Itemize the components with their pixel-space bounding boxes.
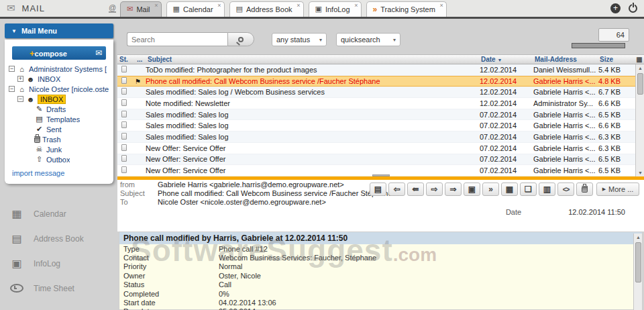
- column-status[interactable]: St.: [117, 56, 135, 63]
- tab-label: Address Book: [246, 5, 292, 13]
- folder-outbox[interactable]: ⇧Outbox: [5, 154, 113, 164]
- date-label: Date: [506, 208, 521, 216]
- sidebar-item-address-book[interactable]: ▤Address Book: [0, 226, 117, 251]
- folder-drafts[interactable]: ✎Drafts: [5, 104, 113, 114]
- field-row-owner: OwnerOster, Nicole: [119, 271, 642, 280]
- column-address[interactable]: Mail-Address: [533, 56, 598, 63]
- delete-button[interactable]: [576, 183, 593, 196]
- scroll-down-icon[interactable]: ▼: [636, 169, 644, 176]
- folder-nicole-oster-nicole-oste[interactable]: −⌂Nicole Oster [nicole.oste: [5, 84, 113, 94]
- row-size: 5.4 KB: [598, 66, 635, 74]
- table-row[interactable]: Sales modified: Sales log07.02.2014Gabri…: [117, 109, 635, 121]
- expander-plus-icon[interactable]: +: [17, 76, 23, 82]
- collapse-icon: ▼: [11, 28, 17, 34]
- table-row[interactable]: Sales modified: Sales log07.02.2014Gabri…: [117, 132, 635, 143]
- folder-templates[interactable]: ▤Templates: [5, 114, 113, 124]
- scroll-up-icon[interactable]: ▲: [634, 234, 643, 241]
- document-icon: [121, 144, 127, 151]
- sidebar-item-tracking-system[interactable]: »Tracking System: [0, 301, 117, 310]
- tab-close-icon[interactable]: ×: [297, 3, 300, 8]
- app-window: ✉ MAIL @ ✉Mail×▦Calendar×▤Address Book×▣…: [0, 0, 644, 310]
- scroll-up-icon[interactable]: ▲: [636, 64, 644, 72]
- forward-button[interactable]: ⇨: [426, 183, 443, 196]
- mail-menu-header[interactable]: ▼ Mail Menu: [5, 23, 113, 38]
- quicksearch-select[interactable]: quicksearch ▾: [336, 33, 400, 46]
- row-address: Gabriele Harris <...: [533, 121, 598, 130]
- folder-trash[interactable]: Trash: [5, 134, 113, 144]
- row-size: 6.5 KB: [598, 155, 635, 163]
- folder-administrator-systems[interactable]: −⌂Administrator Systems [: [5, 64, 113, 74]
- app-nav: ▦Calendar▤Address Book▣InfoLogTime Sheet…: [0, 201, 117, 310]
- import-message-link[interactable]: import message: [12, 169, 64, 177]
- tab-close-icon[interactable]: ×: [354, 3, 358, 8]
- table-row[interactable]: Note modified: Newsletter12.02.2014Admin…: [117, 98, 635, 109]
- sidebar-item-calendar[interactable]: ▦Calendar: [0, 201, 117, 226]
- sidebar-item-time-sheet[interactable]: Time Sheet: [0, 276, 117, 301]
- column-selector-icon[interactable]: ▦: [635, 56, 644, 63]
- tab-calendar[interactable]: ▦Calendar×: [166, 1, 225, 17]
- more-button[interactable]: ▶ More ...: [596, 183, 639, 196]
- search-button[interactable]: [227, 32, 254, 46]
- addressbook-icon: ▤: [10, 232, 23, 245]
- table-row[interactable]: Sales modified: Sales log07.02.2014Gabri…: [117, 120, 635, 132]
- column-attachment[interactable]: ...: [135, 56, 146, 63]
- print-button[interactable]: ▥: [539, 183, 555, 196]
- tab-close-icon[interactable]: ×: [217, 3, 221, 8]
- jump-icon[interactable]: @: [109, 3, 116, 13]
- column-subject[interactable]: Subject: [146, 56, 479, 63]
- reply-all-button[interactable]: ⇚: [407, 183, 424, 196]
- status-filter-select[interactable]: any status ▾: [272, 33, 327, 46]
- expander-minus-icon[interactable]: −: [9, 86, 15, 92]
- table-row[interactable]: Sales modified: Sales log / Webcom Busin…: [117, 87, 635, 98]
- folder-sent[interactable]: ✔Sent: [5, 124, 113, 134]
- filemanager-button[interactable]: ❏: [520, 183, 537, 196]
- list-scrollbar[interactable]: ▲ ▼: [635, 64, 644, 176]
- expander-minus-icon[interactable]: −: [9, 66, 15, 72]
- message-toolbar: ▤⇦⇚⇨⇒▣»▦❏▥<>: [370, 183, 593, 196]
- expander-minus-icon[interactable]: −: [17, 96, 23, 102]
- forward-inline-button[interactable]: ⇒: [445, 183, 462, 196]
- status-cell: [117, 111, 135, 119]
- tab-mail[interactable]: ✉Mail×: [120, 1, 161, 17]
- table-row[interactable]: New Offer: Service Offer07.02.2014Gabrie…: [117, 143, 635, 154]
- sidebar-item-infolog[interactable]: ▣InfoLog: [0, 251, 117, 276]
- save-button[interactable]: ▦: [501, 183, 518, 196]
- column-size[interactable]: Size: [598, 56, 635, 63]
- infolog-button[interactable]: ▣: [464, 183, 480, 196]
- message-scroll-thumb[interactable]: [635, 242, 641, 282]
- splitter-grip-icon[interactable]: [372, 174, 390, 176]
- list-header: St. ... Subject Date ▼ Mail-Address Size…: [117, 54, 644, 64]
- tracker-icon: »: [10, 307, 23, 310]
- compose-button[interactable]: +compose ✉: [12, 46, 106, 60]
- table-row[interactable]: ⚑Phone call modified: Call Webcom Busine…: [117, 76, 635, 87]
- table-row[interactable]: ToDo modified: Photographer for the prod…: [117, 64, 635, 76]
- add-tab-icon[interactable]: +: [610, 3, 621, 13]
- view-source-button[interactable]: <>: [557, 183, 574, 196]
- folder-junk[interactable]: ☠Junk: [5, 144, 113, 154]
- message-scrollbar[interactable]: ▲: [633, 234, 642, 310]
- tab-close-icon[interactable]: ×: [154, 3, 158, 8]
- list-scroll-thumb[interactable]: [637, 73, 643, 95]
- more-arrow-icon: ▶: [602, 187, 606, 192]
- new-note-button[interactable]: ▤: [370, 183, 386, 196]
- tab-tracking-system[interactable]: »Tracking System×: [366, 1, 447, 17]
- field-label: Completed: [119, 290, 219, 298]
- folder-inbox[interactable]: +☻INBOX: [5, 74, 113, 84]
- from-value: Gabriele Harris <gabriele.harris@demo.eg…: [158, 180, 344, 189]
- tab-address-book[interactable]: ▤Address Book×: [229, 1, 304, 17]
- logout-power-icon[interactable]: [629, 4, 637, 13]
- tracker-button[interactable]: »: [482, 183, 499, 196]
- folder-inbox[interactable]: −☻INBOX: [5, 94, 113, 104]
- tab-close-icon[interactable]: ×: [440, 3, 443, 8]
- reply-all-icon: ⇚: [412, 185, 419, 194]
- column-date[interactable]: Date ▼: [479, 56, 533, 63]
- tab-infolog[interactable]: ▣InfoLog×: [309, 1, 362, 17]
- reply-button[interactable]: ⇦: [388, 183, 405, 196]
- row-address: Gabriele Harris <...: [533, 133, 598, 141]
- list-pager-bar[interactable]: [572, 43, 625, 48]
- mail-list: ToDo modified: Photographer for the prod…: [117, 64, 635, 176]
- search-input[interactable]: [127, 32, 227, 46]
- table-row[interactable]: New Offer: Service Offer07.02.2014Gabrie…: [117, 154, 635, 166]
- new-note-icon: ▤: [374, 185, 382, 194]
- row-date: 07.02.2014: [480, 133, 533, 141]
